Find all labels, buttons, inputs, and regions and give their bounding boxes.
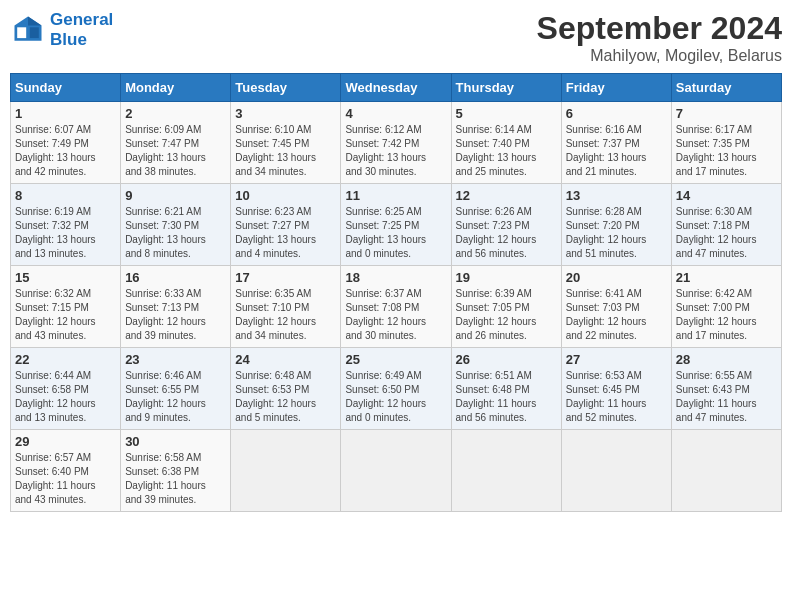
cell-content: Sunrise: 6:46 AM Sunset: 6:55 PM Dayligh… [125,369,226,425]
header-friday: Friday [561,74,671,102]
cell-content: Sunrise: 6:25 AM Sunset: 7:25 PM Dayligh… [345,205,446,261]
cell-content: Sunrise: 6:44 AM Sunset: 6:58 PM Dayligh… [15,369,116,425]
logo-icon [10,12,46,48]
header-tuesday: Tuesday [231,74,341,102]
calendar-cell: 5Sunrise: 6:14 AM Sunset: 7:40 PM Daylig… [451,102,561,184]
cell-content: Sunrise: 6:30 AM Sunset: 7:18 PM Dayligh… [676,205,777,261]
svg-marker-1 [28,17,42,26]
calendar-cell: 6Sunrise: 6:16 AM Sunset: 7:37 PM Daylig… [561,102,671,184]
calendar-cell [231,430,341,512]
cell-content: Sunrise: 6:10 AM Sunset: 7:45 PM Dayligh… [235,123,336,179]
day-number: 22 [15,352,116,367]
svg-rect-2 [17,27,26,38]
calendar-cell [561,430,671,512]
day-number: 18 [345,270,446,285]
calendar-cell: 27Sunrise: 6:53 AM Sunset: 6:45 PM Dayli… [561,348,671,430]
cell-content: Sunrise: 6:33 AM Sunset: 7:13 PM Dayligh… [125,287,226,343]
calendar-cell: 20Sunrise: 6:41 AM Sunset: 7:03 PM Dayli… [561,266,671,348]
day-number: 25 [345,352,446,367]
calendar-cell [341,430,451,512]
cell-content: Sunrise: 6:37 AM Sunset: 7:08 PM Dayligh… [345,287,446,343]
cell-content: Sunrise: 6:42 AM Sunset: 7:00 PM Dayligh… [676,287,777,343]
day-number: 17 [235,270,336,285]
day-number: 29 [15,434,116,449]
header-sunday: Sunday [11,74,121,102]
cell-content: Sunrise: 6:58 AM Sunset: 6:38 PM Dayligh… [125,451,226,507]
logo: General Blue [10,10,113,50]
cell-content: Sunrise: 6:17 AM Sunset: 7:35 PM Dayligh… [676,123,777,179]
day-number: 5 [456,106,557,121]
calendar-cell: 8Sunrise: 6:19 AM Sunset: 7:32 PM Daylig… [11,184,121,266]
calendar-cell: 10Sunrise: 6:23 AM Sunset: 7:27 PM Dayli… [231,184,341,266]
cell-content: Sunrise: 6:48 AM Sunset: 6:53 PM Dayligh… [235,369,336,425]
calendar-week-5: 29Sunrise: 6:57 AM Sunset: 6:40 PM Dayli… [11,430,782,512]
page-title: September 2024 [537,10,782,47]
cell-content: Sunrise: 6:28 AM Sunset: 7:20 PM Dayligh… [566,205,667,261]
page-header: General Blue September 2024 Mahilyow, Mo… [10,10,782,65]
day-number: 6 [566,106,667,121]
cell-content: Sunrise: 6:39 AM Sunset: 7:05 PM Dayligh… [456,287,557,343]
day-number: 16 [125,270,226,285]
calendar-header-row: SundayMondayTuesdayWednesdayThursdayFrid… [11,74,782,102]
day-number: 7 [676,106,777,121]
calendar-cell: 12Sunrise: 6:26 AM Sunset: 7:23 PM Dayli… [451,184,561,266]
cell-content: Sunrise: 6:12 AM Sunset: 7:42 PM Dayligh… [345,123,446,179]
cell-content: Sunrise: 6:57 AM Sunset: 6:40 PM Dayligh… [15,451,116,507]
cell-content: Sunrise: 6:32 AM Sunset: 7:15 PM Dayligh… [15,287,116,343]
cell-content: Sunrise: 6:09 AM Sunset: 7:47 PM Dayligh… [125,123,226,179]
day-number: 30 [125,434,226,449]
calendar-week-2: 8Sunrise: 6:19 AM Sunset: 7:32 PM Daylig… [11,184,782,266]
header-monday: Monday [121,74,231,102]
day-number: 20 [566,270,667,285]
calendar-cell: 24Sunrise: 6:48 AM Sunset: 6:53 PM Dayli… [231,348,341,430]
day-number: 9 [125,188,226,203]
calendar-cell: 7Sunrise: 6:17 AM Sunset: 7:35 PM Daylig… [671,102,781,184]
calendar-cell: 26Sunrise: 6:51 AM Sunset: 6:48 PM Dayli… [451,348,561,430]
calendar-cell: 16Sunrise: 6:33 AM Sunset: 7:13 PM Dayli… [121,266,231,348]
calendar-cell: 21Sunrise: 6:42 AM Sunset: 7:00 PM Dayli… [671,266,781,348]
calendar-week-1: 1Sunrise: 6:07 AM Sunset: 7:49 PM Daylig… [11,102,782,184]
calendar-week-4: 22Sunrise: 6:44 AM Sunset: 6:58 PM Dayli… [11,348,782,430]
calendar-cell: 15Sunrise: 6:32 AM Sunset: 7:15 PM Dayli… [11,266,121,348]
cell-content: Sunrise: 6:21 AM Sunset: 7:30 PM Dayligh… [125,205,226,261]
cell-content: Sunrise: 6:53 AM Sunset: 6:45 PM Dayligh… [566,369,667,425]
day-number: 4 [345,106,446,121]
cell-content: Sunrise: 6:14 AM Sunset: 7:40 PM Dayligh… [456,123,557,179]
day-number: 1 [15,106,116,121]
svg-rect-3 [30,27,39,38]
calendar-cell: 9Sunrise: 6:21 AM Sunset: 7:30 PM Daylig… [121,184,231,266]
calendar-cell [451,430,561,512]
calendar-cell: 23Sunrise: 6:46 AM Sunset: 6:55 PM Dayli… [121,348,231,430]
calendar-cell: 14Sunrise: 6:30 AM Sunset: 7:18 PM Dayli… [671,184,781,266]
cell-content: Sunrise: 6:51 AM Sunset: 6:48 PM Dayligh… [456,369,557,425]
cell-content: Sunrise: 6:07 AM Sunset: 7:49 PM Dayligh… [15,123,116,179]
day-number: 11 [345,188,446,203]
day-number: 24 [235,352,336,367]
title-block: September 2024 Mahilyow, Mogilev, Belaru… [537,10,782,65]
cell-content: Sunrise: 6:16 AM Sunset: 7:37 PM Dayligh… [566,123,667,179]
day-number: 21 [676,270,777,285]
calendar-cell: 19Sunrise: 6:39 AM Sunset: 7:05 PM Dayli… [451,266,561,348]
calendar-cell: 29Sunrise: 6:57 AM Sunset: 6:40 PM Dayli… [11,430,121,512]
logo-text: General Blue [50,10,113,50]
calendar-cell [671,430,781,512]
day-number: 2 [125,106,226,121]
calendar-cell: 13Sunrise: 6:28 AM Sunset: 7:20 PM Dayli… [561,184,671,266]
day-number: 14 [676,188,777,203]
day-number: 15 [15,270,116,285]
cell-content: Sunrise: 6:23 AM Sunset: 7:27 PM Dayligh… [235,205,336,261]
calendar-cell: 4Sunrise: 6:12 AM Sunset: 7:42 PM Daylig… [341,102,451,184]
calendar-cell: 1Sunrise: 6:07 AM Sunset: 7:49 PM Daylig… [11,102,121,184]
calendar-cell: 3Sunrise: 6:10 AM Sunset: 7:45 PM Daylig… [231,102,341,184]
calendar-table: SundayMondayTuesdayWednesdayThursdayFrid… [10,73,782,512]
day-number: 12 [456,188,557,203]
calendar-cell: 22Sunrise: 6:44 AM Sunset: 6:58 PM Dayli… [11,348,121,430]
day-number: 13 [566,188,667,203]
cell-content: Sunrise: 6:19 AM Sunset: 7:32 PM Dayligh… [15,205,116,261]
header-thursday: Thursday [451,74,561,102]
header-wednesday: Wednesday [341,74,451,102]
cell-content: Sunrise: 6:35 AM Sunset: 7:10 PM Dayligh… [235,287,336,343]
calendar-cell: 2Sunrise: 6:09 AM Sunset: 7:47 PM Daylig… [121,102,231,184]
day-number: 19 [456,270,557,285]
day-number: 27 [566,352,667,367]
